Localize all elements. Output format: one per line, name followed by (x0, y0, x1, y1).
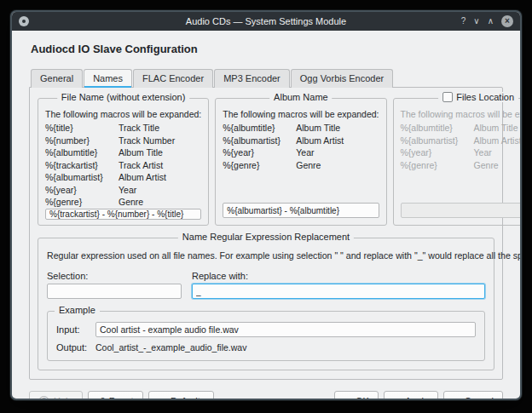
macro-desc: Album Artist (119, 171, 201, 184)
macro-row: %{albumartist} Album Artist (45, 171, 201, 184)
reset-icon: ↺ (97, 397, 105, 401)
files-location-pattern-input[interactable] (401, 203, 522, 218)
macro-row: %{genre} Genre (401, 159, 522, 172)
macro-token: %{year} (45, 184, 119, 197)
macro-token: %{number} (45, 135, 119, 147)
file-name-pattern-input[interactable] (45, 209, 201, 220)
macro-row: %{trackartist} Track Artist (45, 159, 201, 172)
page-title: Audiocd IO Slave Configuration (31, 43, 503, 55)
regex-fields: Selection: Replace with: (47, 271, 485, 299)
tab-flac-encoder[interactable]: FLAC Encoder (133, 69, 213, 88)
help-icon: ? (38, 396, 49, 401)
macro-desc: Genre (119, 196, 201, 209)
macro-desc: Genre (296, 159, 379, 172)
tab-names[interactable]: Names (84, 69, 132, 88)
reset-button-label: Reset (109, 396, 134, 400)
files-location-title-label: Files Location (456, 92, 514, 102)
macro-groups-row: File Name (without extension) The follow… (38, 98, 494, 226)
tab-general[interactable]: General (31, 69, 83, 88)
audio-cd-app-icon (19, 16, 29, 26)
replace-with-input[interactable] (192, 284, 485, 299)
titlebar-buttons: ? ∨ ∧ × (461, 15, 513, 27)
macro-row: %{albumtitle} Album Title (401, 122, 522, 135)
example-group: Example Input: Output: Cool_artist_-_exa… (47, 311, 485, 361)
selection-input[interactable] (47, 284, 182, 299)
macro-token: %{genre} (45, 196, 119, 209)
regex-group-title: Name Regular Expression Replacement (178, 232, 354, 242)
example-input[interactable] (95, 322, 476, 337)
macro-desc: Album Artist (474, 135, 522, 147)
tab-bar: General Names FLAC Encoder MP3 Encoder O… (31, 69, 503, 88)
cancel-button[interactable]: ⊘ Cancel (443, 391, 503, 400)
example-output-label: Output: (56, 342, 95, 353)
ok-button-label: OK (356, 396, 369, 400)
files-location-group-intro: The following macros will be expanded: (401, 109, 522, 119)
defaults-icon: ▤ (158, 397, 166, 401)
macro-token: %{albumartist} (45, 171, 119, 184)
help-button-label: Help (54, 396, 73, 400)
macro-token: %{albumartist} (401, 135, 474, 147)
macro-token: %{trackartist} (45, 159, 119, 172)
macro-desc: Track Artist (119, 159, 201, 172)
titlebar[interactable]: Audio CDs — System Settings Module ? ∨ ∧… (12, 12, 520, 31)
apply-button[interactable]: ✓ Apply (384, 391, 438, 400)
macro-token: %{year} (223, 146, 296, 159)
macro-desc: Year (474, 146, 522, 159)
macro-row: %{albumartist} Album Artist (223, 135, 379, 147)
album-name-pattern-input[interactable] (223, 203, 379, 218)
file-name-group-intro: The following macros will be expanded: (45, 109, 201, 119)
macro-desc: Album Artist (296, 135, 379, 147)
macro-desc: Year (119, 184, 201, 197)
regex-replacement-group: Name Regular Expression Replacement Regu… (38, 238, 494, 370)
tab-ogg-vorbis-encoder[interactable]: Ogg Vorbis Encoder (291, 69, 393, 88)
macro-desc: Album Title (119, 146, 201, 159)
apply-check-icon: ✓ (393, 397, 401, 401)
titlebar-help-icon[interactable]: ? (461, 15, 466, 27)
window-content: Audiocd IO Slave Configuration General N… (12, 31, 520, 400)
macro-row: %{year} Year (223, 146, 379, 159)
macro-row: %{genre} Genre (45, 196, 201, 209)
cancel-button-label: Cancel (465, 396, 494, 400)
macro-row: %{title} Track Title (45, 122, 201, 135)
defaults-button[interactable]: ▤ Defaults (148, 391, 215, 400)
reset-button[interactable]: ↺ Reset (88, 391, 143, 400)
macro-token: %{year} (401, 146, 474, 159)
macro-token: %{albumtitle} (45, 146, 119, 159)
tab-mp3-encoder[interactable]: MP3 Encoder (214, 69, 290, 88)
macro-row: %{albumtitle} Album Title (45, 146, 201, 159)
macro-token: %{genre} (223, 159, 296, 172)
close-icon[interactable]: × (501, 15, 513, 27)
selection-field: Selection: (47, 271, 182, 299)
album-name-group-intro: The following macros will be expanded: (223, 109, 379, 119)
settings-window: Audio CDs — System Settings Module ? ∨ ∧… (10, 10, 522, 400)
example-output-value: Cool_artist_-_example_audio_file.wav (95, 342, 246, 353)
album-name-group-title: Album Name (269, 92, 332, 102)
macro-row: %{number} Track Number (45, 135, 201, 147)
replace-with-field: Replace with: (192, 271, 485, 299)
example-group-title: Example (55, 305, 100, 315)
apply-button-label: Apply (405, 396, 429, 400)
help-button[interactable]: ? Help (29, 391, 83, 400)
macro-row: %{year} Year (401, 146, 522, 159)
dialog-button-bar: ? Help ↺ Reset ▤ Defaults ✓ OK ✓ Apply ⊘ (29, 391, 503, 400)
maximize-icon[interactable]: ∧ (488, 15, 494, 27)
ok-button[interactable]: ✓ OK (334, 391, 379, 400)
macro-desc: Album Title (474, 122, 522, 135)
replace-with-label: Replace with: (192, 271, 485, 281)
macro-desc: Track Number (119, 135, 201, 147)
regex-description: Regular expression used on all file name… (47, 250, 485, 261)
files-location-checkbox[interactable] (442, 92, 453, 102)
ok-check-icon: ✓ (344, 397, 351, 401)
spacer (401, 171, 522, 203)
macro-desc: Year (296, 146, 379, 159)
file-name-group-title: File Name (without extension) (57, 92, 190, 102)
macro-token: %{title} (45, 122, 119, 135)
shade-icon[interactable]: ∨ (473, 15, 479, 27)
macro-desc: Track Title (119, 122, 201, 135)
macro-token: %{albumtitle} (401, 122, 474, 135)
macro-desc: Genre (474, 159, 522, 172)
example-input-row: Input: (56, 322, 476, 337)
cancel-icon: ⊘ (453, 397, 460, 401)
file-name-group: File Name (without extension) The follow… (38, 98, 209, 226)
macro-token: %{albumartist} (223, 135, 296, 147)
